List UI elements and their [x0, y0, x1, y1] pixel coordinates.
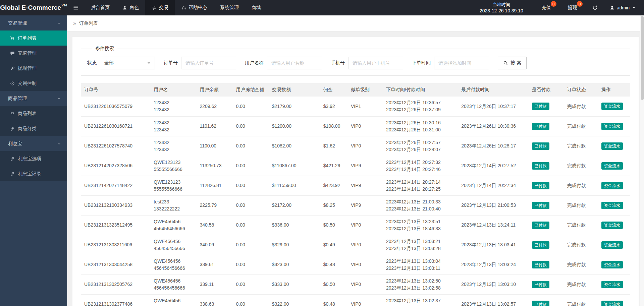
cell-level: VIP0: [347, 136, 383, 156]
gauge-icon: [10, 81, 15, 86]
cell-order-no: UB2312131302505762: [81, 274, 150, 294]
phone-label: 手机号: [331, 60, 345, 66]
breadcrumb-arrows-icon: »: [73, 20, 76, 26]
trade-icon: [152, 5, 157, 10]
cell-last-pay-time: 2023年12月14日 20:27:52: [458, 156, 528, 176]
recharge-badge: 0: [551, 1, 556, 7]
chevron-down-icon: [57, 21, 61, 25]
cell-order-pay-time: 2023年12月13日 13:03:04 2023年12月13日 13:03:1…: [383, 255, 458, 274]
pay-time-line: 2023年12月26日 10:28:07: [386, 146, 454, 153]
nav-item-home[interactable]: 后台首页: [85, 0, 116, 15]
fund-flow-button[interactable]: 资金流水: [601, 261, 623, 268]
cell-last-pay-time: 2023年12月26日 10:37:17: [458, 97, 528, 116]
nav-item-trade[interactable]: 交易: [145, 0, 175, 15]
cell-level: VIP0: [347, 255, 383, 274]
nav-item-roles[interactable]: 角色: [116, 0, 145, 15]
cell-order-no: UB2312131302377486: [81, 294, 150, 306]
cell-level: VIP0: [347, 294, 383, 306]
sidebar-toggle-button[interactable]: [67, 0, 85, 15]
fund-flow-button[interactable]: 资金流水: [601, 202, 623, 209]
table-row: UB2312131303211606 QWE456456 45645645666…: [81, 235, 630, 255]
sidebar-item-withdraw-management[interactable]: 提现管理: [0, 61, 67, 76]
column-header: 是否付款: [529, 83, 564, 97]
cell-paid: 已付款: [529, 215, 564, 235]
fund-flow-button[interactable]: 资金流水: [601, 103, 623, 110]
breadcrumb: » 订单列表: [67, 15, 644, 32]
order-time-line: 2023年12月13日 21:00:33: [386, 198, 454, 205]
main-area: » 订单列表 条件搜索 状态 全部 订单号: [67, 15, 644, 306]
username-input[interactable]: [267, 57, 322, 69]
column-header: 订单号: [81, 83, 150, 97]
order-time-line: 2023年12月26日 10:27:57: [386, 139, 454, 146]
refresh-button[interactable]: [586, 0, 604, 15]
fund-flow-button[interactable]: 资金流水: [601, 301, 623, 306]
status-select[interactable]: 全部: [100, 57, 155, 69]
recharge-button[interactable]: 充值 0: [533, 0, 559, 15]
column-header: 订单状态: [564, 83, 598, 97]
column-header: 操作: [598, 83, 630, 97]
cell-balance: 340.09: [196, 235, 232, 255]
table-row: UB2312132100334933 test233 1332222222 22…: [81, 195, 630, 215]
fund-flow-button[interactable]: 资金流水: [601, 241, 623, 249]
username-line: QWE456456: [154, 238, 193, 245]
phone-field: 手机号: [331, 57, 403, 69]
sidebar-item-order-list[interactable]: 订单列表: [0, 30, 67, 46]
local-time-value: 2023-12-26 10:39:10: [480, 8, 523, 14]
sidebar-item-interest-options[interactable]: 利息宝选项: [0, 151, 67, 166]
sidebar-item-trade-management[interactable]: 交易管理: [0, 15, 67, 30]
cell-frozen: 0.00: [233, 215, 269, 235]
sidebar-item-recharge-management[interactable]: 充值管理: [0, 46, 67, 61]
cell-paid: 已付款: [529, 116, 564, 136]
nav-item-help-center[interactable]: 帮助中心: [175, 0, 214, 15]
app-logo-text: Global E-Commerce: [0, 4, 61, 11]
search-button[interactable]: 搜 索: [498, 57, 527, 69]
scrollbar-thumb[interactable]: [641, 16, 644, 100]
cell-order-no: UB2312131323512495: [81, 215, 150, 235]
sidebar-child-label: 充值管理: [18, 50, 37, 56]
status-field: 状态 全部: [87, 57, 155, 69]
sidebar-child-label: 利息宝选项: [18, 156, 41, 162]
cell-status: 完成付款: [564, 274, 598, 294]
cell-action: 资金流水: [598, 97, 630, 116]
order-no-input[interactable]: [181, 57, 236, 69]
username-line: QWE456456: [154, 297, 193, 304]
sidebar-item-interest-records[interactable]: 利息宝记录: [0, 166, 67, 181]
sidebar-child-label: 提现管理: [18, 65, 37, 71]
pay-time-line: 2023年12月13日 13:02:43: [386, 304, 454, 306]
sidebar-group-label: 交易管理: [8, 20, 27, 26]
phone-input[interactable]: [348, 57, 403, 69]
fund-flow-button[interactable]: 资金流水: [601, 222, 623, 229]
column-header: 下单时间/付款时间: [383, 83, 458, 97]
user-menu[interactable]: admin: [604, 0, 644, 15]
cell-balance: 1101.62: [196, 116, 232, 136]
withdraw-button[interactable]: 提现 0: [559, 0, 586, 15]
order-time-input[interactable]: [434, 57, 489, 69]
sidebar-item-product-list[interactable]: 商品列表: [0, 106, 67, 121]
order-time-label: 下单时间: [412, 60, 431, 66]
fund-flow-button[interactable]: 资金流水: [601, 142, 623, 150]
nav-item-label: 后台首页: [91, 5, 110, 11]
sidebar-item-interest-treasure[interactable]: 利息宝: [0, 136, 67, 151]
pay-time-line: 2023年12月26日 10:31:00: [386, 126, 454, 133]
cell-level: VIP1: [347, 97, 383, 116]
cell-status: 完成付款: [564, 97, 598, 116]
pay-time-line: 2023年12月26日 10:37:09: [386, 106, 454, 113]
sidebar-item-trade-control[interactable]: 交易控制: [0, 76, 67, 91]
fund-flow-button[interactable]: 资金流水: [601, 162, 623, 170]
sidebar-item-product-management[interactable]: 商品管理: [0, 91, 67, 106]
cell-username: QWE456456 456456456666: [150, 215, 196, 235]
username-line: QWE456456: [154, 258, 193, 265]
cell-order-no: UB2312131303044258: [81, 255, 150, 274]
chevron-down-icon: [57, 97, 61, 101]
fund-flow-button[interactable]: 资金流水: [601, 123, 623, 130]
fund-flow-button[interactable]: 资金流水: [601, 281, 623, 288]
nav-item-system[interactable]: 系统管理: [214, 0, 245, 15]
nav-item-label: 角色: [129, 5, 139, 11]
help-icon: [181, 5, 186, 10]
table-row: UB2312131302505762 QWE456456 45645645666…: [81, 274, 630, 294]
cell-level: VIP0: [347, 235, 383, 255]
sidebar-item-product-category[interactable]: 商品分类: [0, 121, 67, 136]
fund-flow-button[interactable]: 资金流水: [601, 182, 623, 189]
nav-item-mall[interactable]: 商城: [245, 0, 267, 15]
cell-action: 资金流水: [598, 235, 630, 255]
